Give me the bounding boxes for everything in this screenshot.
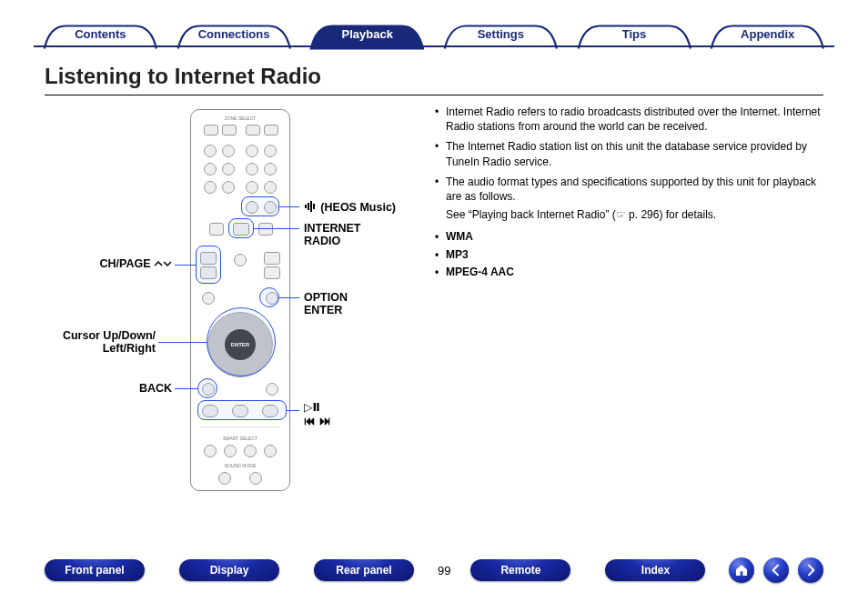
description-column: Internet Radio refers to radio broadcast… (435, 105, 826, 282)
bullet-item: The audio format types and specification… (435, 175, 826, 204)
nav-icon-group (729, 557, 823, 583)
format-item: WMA (435, 229, 826, 244)
hl-back (197, 378, 217, 398)
prev-page-icon[interactable] (763, 557, 789, 583)
remote-diagram: ZONE SELECT (45, 109, 422, 500)
hl-transport (197, 400, 287, 420)
format-item: MP3 (435, 247, 826, 262)
next-page-icon[interactable] (798, 557, 823, 583)
page-number: 99 (438, 564, 450, 577)
link-index[interactable]: Index (605, 559, 705, 581)
chevron-down-icon (163, 260, 172, 269)
link-rear-panel[interactable]: Rear panel (314, 559, 414, 581)
hl-internet-radio (228, 218, 254, 238)
home-icon[interactable] (729, 557, 754, 583)
tab-label: Tips (622, 25, 647, 45)
svg-rect-2 (310, 201, 312, 212)
hl-chpage (196, 246, 221, 284)
bullet-item: The Internet Radio station list on this … (435, 139, 826, 168)
tab-label: Contents (75, 25, 126, 45)
see-reference: See “Playing back Internet Radio” (☞ p. … (435, 207, 826, 222)
callout-internet-radio: INTERNET RADIO (304, 222, 361, 247)
callout-option-enter: OPTION ENTER (304, 291, 348, 316)
heos-icon (304, 200, 320, 214)
chevron-up-icon (154, 260, 163, 269)
tab-label: Playback (341, 25, 392, 45)
title-rule (45, 95, 823, 95)
svg-rect-0 (305, 205, 307, 208)
tab-label: Appendix (741, 25, 794, 45)
hl-heos (241, 196, 279, 216)
link-remote[interactable]: Remote (470, 559, 570, 581)
link-front-panel[interactable]: Front panel (45, 559, 145, 581)
callout-heos: (HEOS Music) (304, 200, 396, 214)
callout-back: BACK (45, 382, 172, 395)
callout-chpage: CH/PAGE (45, 257, 172, 270)
hl-option (259, 287, 279, 307)
format-item: MPEG-4 AAC (435, 265, 826, 279)
tab-underline (34, 45, 834, 47)
tab-label: Settings (478, 25, 524, 45)
hl-cursor (207, 307, 276, 376)
format-list: WMA MP3 MPEG-4 AAC (435, 229, 826, 279)
bullet-item: Internet Radio refers to radio broadcast… (435, 105, 826, 134)
bottom-nav: Front panel Display Rear panel 99 Remote… (45, 557, 823, 583)
link-display[interactable]: Display (179, 559, 279, 581)
svg-rect-1 (308, 203, 309, 210)
callout-text: (HEOS Music) (320, 201, 396, 214)
page-title: Listening to Internet Radio (45, 64, 321, 89)
tab-label: Connections (198, 25, 270, 45)
callout-cursor: Cursor Up/Down/ Left/Right (45, 329, 156, 355)
svg-rect-3 (313, 204, 315, 209)
callout-transport: ▷Ⅱ ⏮ ⏭ (304, 400, 331, 427)
